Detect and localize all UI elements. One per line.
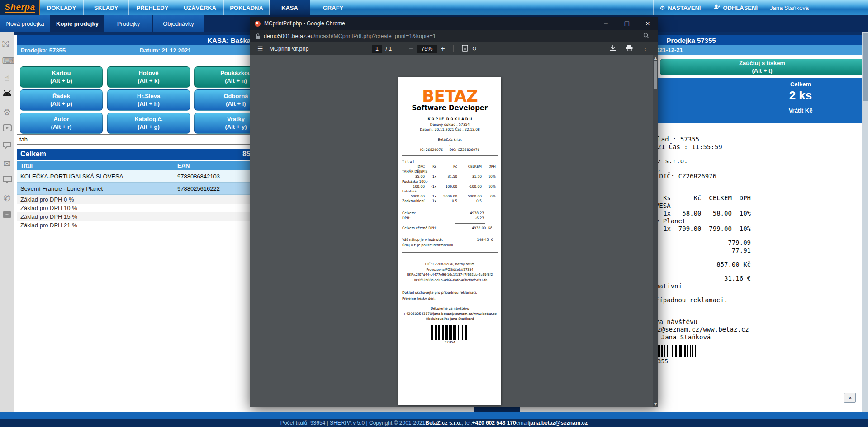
zoom-in-button[interactable]: + [441,45,445,52]
nav-item-pokladna[interactable]: POKLADNA [224,0,270,15]
status-company: BetaZ.cz s.r.o. [425,420,462,426]
logout-button[interactable]: ODHLÁŠENÍ [707,0,764,15]
hotove-button[interactable]: Hotově(Alt + k) [107,66,190,88]
app-vertical-scrollbar[interactable] [862,32,868,412]
pdf-document-icon [255,21,261,27]
celkem-label: Celkem [20,150,46,158]
status-bar: Počet titulů: 93654 | SHERPA v 5.0 | Cop… [0,419,868,427]
logged-in-user: Jana Staňková [764,0,868,15]
autor-button[interactable]: Autor(Alt + r) [20,113,103,134]
radek-button[interactable]: Řádek(Alt + p) [20,89,103,111]
item-values: 5000.001x5000.005000.000% [402,194,498,199]
calendar-icon[interactable] [2,210,12,220]
hand-pointer-icon[interactable]: ☝ [2,73,12,83]
phone-icon[interactable]: ✆ [2,193,12,203]
search-icon[interactable] [638,32,653,40]
prodejka-date: Datum: 21.12.2021 [140,47,191,54]
url-path: /mcash/MCprintPdf.php?create_print=1&kop… [314,33,436,39]
total-quantity: 2 ks [746,89,855,103]
sherpa-logo-text: Sherpa [5,2,35,13]
logout-label: ODHLÁŠENÍ [723,5,758,11]
user-name: Jana Staňková [770,5,809,11]
thanks-line: Děkujeme za návštěvu [402,306,498,311]
pdf-title: MCprintPdf.php [270,46,309,52]
receipt-subtotal: 4938.23 [470,211,498,216]
window-title: MCprintPdf.php - Google Chrome [264,20,345,27]
minimize-button[interactable]: − [596,17,617,30]
col-ean: EAN [177,162,190,169]
nav-item-uzaverka[interactable]: UZÁVĚRKA [176,0,224,15]
pdf-scrollbar-thumb[interactable] [654,61,657,89]
monitor-icon[interactable] [2,176,12,186]
kartou-button[interactable]: Kartou(Alt + b) [20,66,103,88]
zoom-out-button[interactable]: − [408,45,413,52]
titul-heading: T i t u l [402,159,498,164]
window-title-bar[interactable]: MCprintPdf.php - Google Chrome − □ × [250,17,658,30]
gear-icon[interactable]: ⚙ [2,107,12,117]
download-icon[interactable] [610,45,616,52]
pos-line: Provozovna/POS/účet://57354 [402,267,498,273]
bkp-code: BKP:c2f07d44-c4477e96-16c1f137-f7f662bb-… [402,272,498,278]
nav-item-kasa[interactable]: KASA [270,0,310,15]
nav-spacer [356,0,653,15]
address-bar[interactable]: demo5001.betaz.eu/mcash/MCprintPdf.php?c… [250,30,658,42]
item-name: Poukázka 100,- [402,179,498,184]
tab-nova-prodejka[interactable]: Nová prodejka [0,15,51,32]
pdf-toolbar: ☰ MCprintPdf.php 1 / 1 − 75% + ↻ ⋮ [250,42,658,55]
nav-item-prehledy[interactable]: PŘEHLEDY [129,0,176,15]
window-controls: − □ × [596,17,658,30]
page-count: / 1 [385,46,392,52]
katalog-button[interactable]: Katalog.č.(Alt + g) [107,113,190,134]
nav-item-sklady[interactable]: SKLADY [84,0,129,15]
nav-item-doklady[interactable]: DOKLADY [40,0,84,15]
item-name: TAHÁK DĚJEPIS [402,169,498,174]
fit-page-icon[interactable] [462,45,468,53]
ic-dic: IČ: 26826976 DIČ: CZ26826976 [402,147,498,153]
page-number-input[interactable]: 1 [372,45,382,53]
status-email: jana.betaz@seznam.cz [529,420,588,426]
settings-button[interactable]: ⚙ NASTAVENÍ [653,0,707,15]
status-phone: +420 602 543 170 [472,420,516,426]
print-icon[interactable] [626,45,633,52]
zauctuj-s-tiskem-button[interactable]: Zaúčtuj s tiskem (Alt + t) [660,59,864,75]
chat-bubble-icon[interactable] [2,141,12,151]
kebab-menu-icon[interactable]: ⋮ [643,45,649,52]
tab-kopie-prodejky[interactable]: Kopie prodejky [51,15,104,32]
nav-item-grafy[interactable]: GRAFY [310,0,356,15]
menu-icon[interactable]: ☰ [257,45,263,52]
scrollbar-thumb[interactable] [863,33,868,101]
icon-sidebar: ⤢⤡ ⌨ ☝ ⚙ ✉ ✆ [0,32,14,412]
scroll-more-button[interactable]: » [844,393,856,403]
video-player-icon[interactable] [2,124,12,134]
vratit-label: Vrátit Kč [746,107,855,114]
scroll-up-arrow[interactable]: ▲ [653,56,658,60]
settings-label: NASTAVENÍ [668,5,701,11]
pdf-scrollbar[interactable]: ▲ ▼ [653,55,658,407]
receipt-total: 4932.00 Kč [472,225,498,231]
prodejka-number: Prodejka: 57355 [21,47,66,54]
eur-note: Údaj v € je pouze informativní [402,243,498,248]
sherpa-logo[interactable]: Sherpa [0,0,40,15]
hrsleva-button[interactable]: Hr.Sleva(Alt + h) [107,89,190,111]
fik-code: FIK:0f22b88d-5d1b-4d66-84fc-46bcf8ef5891… [402,278,498,283]
android-icon[interactable] [2,90,12,100]
doklad-datetime: Datum : 20.11.2021 Čas : 22:12:08 [402,127,498,132]
url-host: demo5001.betaz.eu [264,33,314,39]
close-button[interactable]: × [637,17,658,30]
doklad-number: Daňový doklad : 57354 [402,122,498,127]
mail-icon[interactable]: ✉ [2,159,12,169]
dic-mode-line: DIČ: CZ26826976, běžný režim [402,262,498,267]
expand-icon[interactable]: ⤢⤡ [2,38,12,48]
tab-objednavky[interactable]: Objednávky [153,15,204,32]
rotate-icon[interactable]: ↻ [472,45,476,52]
zoom-level[interactable]: 75% [417,45,437,53]
chrome-popup-window: MCprintPdf.php - Google Chrome − □ × dem… [250,17,658,407]
scroll-down-arrow[interactable]: ▼ [653,402,658,406]
maximize-button[interactable]: □ [617,17,637,30]
gear-icon: ⚙ [660,5,665,11]
keep-receipt-note: Doklad uschovejte pro případnou reklamac… [402,290,498,296]
item-values: Zaokrouhlení1x0.50.5 [402,199,498,204]
keyboard-icon[interactable]: ⌨ [2,56,12,66]
nice-day-note: Přejeme hezký den. [402,296,498,301]
tab-prodejky[interactable]: Prodejky [104,15,153,32]
